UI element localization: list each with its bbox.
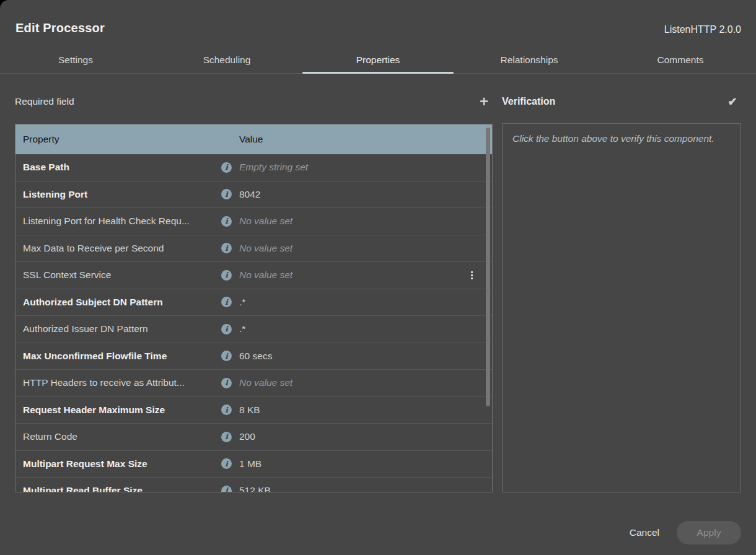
- property-row[interactable]: Base Path i Empty string set: [15, 154, 492, 181]
- add-property-button[interactable]: +: [475, 93, 493, 110]
- property-value: 8 KB: [239, 404, 485, 416]
- property-row[interactable]: SSL Context Service i No value set: [15, 262, 492, 289]
- property-name: Request Header Maximum Size: [23, 404, 221, 416]
- check-icon: ✔: [727, 95, 737, 108]
- property-name: Multipart Request Max Size: [23, 458, 221, 470]
- property-value: 8042: [239, 189, 485, 200]
- column-header-property: Property: [23, 134, 239, 145]
- property-name: Return Code: [23, 431, 221, 442]
- property-name: Authorized Issuer DN Pattern: [23, 323, 221, 334]
- property-row[interactable]: Multipart Read Buffer Size i 512 KB: [15, 478, 492, 492]
- property-value: 60 secs: [239, 351, 485, 362]
- info-icon[interactable]: i: [221, 458, 232, 469]
- property-name: SSL Context Service: [23, 269, 221, 281]
- property-name: Base Path: [23, 162, 221, 173]
- property-value: No value set: [239, 269, 466, 281]
- tab-bar: Settings Scheduling Properties Relations…: [0, 47, 756, 74]
- property-row[interactable]: Max Unconfirmed Flowfile Time i 60 secs: [15, 343, 492, 370]
- property-row[interactable]: HTTP Headers to receive as Attribut... i…: [15, 370, 492, 397]
- apply-button[interactable]: Apply: [677, 521, 741, 544]
- property-name: Authorized Subject DN Pattern: [23, 297, 221, 308]
- properties-table: Property Value Base Path i Empty string …: [15, 124, 493, 492]
- property-row[interactable]: Request Header Maximum Size i 8 KB: [15, 397, 492, 424]
- property-value: .*: [239, 297, 485, 308]
- property-value: No value set: [239, 377, 485, 388]
- edit-processor-dialog: Edit Processor ListenHTTP 2.0.0 Settings…: [0, 0, 756, 555]
- property-row[interactable]: Multipart Request Max Size i 1 MB: [15, 451, 492, 478]
- property-value: 1 MB: [239, 458, 485, 470]
- property-value: 512 KB: [239, 485, 485, 492]
- plus-icon: +: [480, 94, 488, 109]
- table-body: Base Path i Empty string set Listening P…: [15, 154, 492, 492]
- property-name: Listening Port: [23, 189, 221, 200]
- property-name: Max Unconfirmed Flowfile Time: [23, 351, 221, 362]
- info-icon[interactable]: i: [221, 486, 232, 492]
- property-value: No value set: [239, 243, 485, 254]
- info-icon[interactable]: i: [221, 297, 232, 307]
- info-icon[interactable]: i: [221, 432, 232, 442]
- tab-relationships[interactable]: Relationships: [454, 47, 605, 73]
- info-icon[interactable]: i: [221, 378, 232, 388]
- dialog-title: Edit Processor: [15, 21, 105, 35]
- tab-scheduling[interactable]: Scheduling: [151, 47, 302, 73]
- property-name: Multipart Read Buffer Size: [23, 485, 221, 492]
- property-row[interactable]: Listening Port for Health Check Requ... …: [15, 208, 492, 235]
- property-name: HTTP Headers to receive as Attribut...: [23, 377, 221, 388]
- table-scrollbar-thumb[interactable]: [486, 128, 490, 406]
- info-icon[interactable]: i: [221, 162, 232, 173]
- info-icon[interactable]: i: [221, 243, 232, 253]
- verification-heading: Verification: [502, 96, 555, 107]
- property-value: 200: [239, 431, 485, 442]
- property-row[interactable]: Listening Port i 8042: [15, 181, 492, 209]
- property-row[interactable]: Authorized Issuer DN Pattern i .*: [15, 316, 492, 343]
- property-value: Empty string set: [239, 162, 485, 173]
- property-value: No value set: [239, 216, 485, 227]
- component-version: ListenHTTP 2.0.0: [664, 24, 741, 35]
- required-field-label: Required field: [15, 96, 74, 107]
- tab-properties[interactable]: Properties: [302, 47, 454, 73]
- cancel-button[interactable]: Cancel: [627, 522, 662, 543]
- property-value: .*: [239, 323, 485, 334]
- more-options-icon[interactable]: [466, 271, 477, 279]
- info-icon[interactable]: i: [221, 216, 232, 227]
- property-name: Listening Port for Health Check Requ...: [23, 216, 221, 227]
- info-icon[interactable]: i: [221, 324, 232, 334]
- property-row[interactable]: Authorized Subject DN Pattern i .*: [15, 289, 492, 317]
- table-header: Property Value: [15, 125, 492, 154]
- verification-panel: Click the button above to verify this co…: [502, 123, 741, 492]
- info-icon[interactable]: i: [221, 270, 232, 281]
- property-row[interactable]: Max Data to Receive per Second i No valu…: [15, 235, 492, 263]
- tab-settings[interactable]: Settings: [0, 47, 151, 73]
- info-icon[interactable]: i: [221, 189, 232, 199]
- info-icon[interactable]: i: [221, 351, 232, 361]
- property-name: Max Data to Receive per Second: [23, 243, 221, 254]
- verification-message: Click the button above to verify this co…: [512, 133, 714, 144]
- tab-comments[interactable]: Comments: [605, 47, 756, 73]
- verify-button[interactable]: ✔: [724, 93, 741, 110]
- property-row[interactable]: Return Code i 200: [15, 424, 492, 451]
- column-header-value: Value: [239, 134, 485, 145]
- info-icon[interactable]: i: [221, 404, 232, 415]
